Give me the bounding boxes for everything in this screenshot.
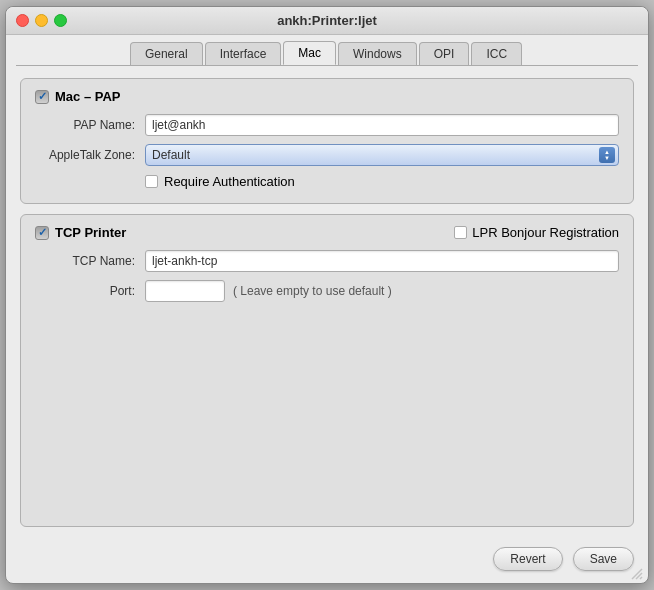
pap-name-row: PAP Name: (35, 114, 619, 136)
appletalk-zone-select-wrapper: Default (145, 144, 619, 166)
port-row: Port: ( Leave empty to use default ) (35, 280, 619, 302)
tcp-printer-checkbox[interactable] (35, 226, 49, 240)
tab-general[interactable]: General (130, 42, 203, 65)
window-title: ankh:Printer:ljet (277, 13, 377, 28)
appletalk-zone-label: AppleTalk Zone: (35, 148, 145, 162)
mac-pap-checkbox[interactable] (35, 90, 49, 104)
require-auth-row: Require Authentication (35, 174, 619, 189)
main-window: ankh:Printer:ljet General Interface Mac … (5, 6, 649, 584)
mac-pap-section: Mac – PAP PAP Name: AppleTalk Zone: Defa… (20, 78, 634, 204)
lpr-bonjour-checkbox[interactable] (454, 226, 467, 239)
appletalk-zone-select[interactable]: Default (145, 144, 619, 166)
window-controls (16, 14, 67, 27)
port-input[interactable] (145, 280, 225, 302)
resize-handle[interactable] (630, 567, 644, 581)
pap-name-label: PAP Name: (35, 118, 145, 132)
appletalk-zone-row: AppleTalk Zone: Default (35, 144, 619, 166)
tcp-name-row: TCP Name: (35, 250, 619, 272)
port-note: ( Leave empty to use default ) (233, 284, 392, 298)
tcp-name-label: TCP Name: (35, 254, 145, 268)
svg-line-2 (640, 577, 642, 579)
tab-windows[interactable]: Windows (338, 42, 417, 65)
require-auth-checkbox[interactable] (145, 175, 158, 188)
tcp-header-row: TCP Printer LPR Bonjour Registration (35, 225, 619, 240)
revert-button[interactable]: Revert (493, 547, 562, 571)
content-area: Mac – PAP PAP Name: AppleTalk Zone: Defa… (6, 66, 648, 539)
tab-bar: General Interface Mac Windows OPI ICC (6, 35, 648, 65)
tcp-printer-title: TCP Printer (55, 225, 126, 240)
port-label: Port: (35, 284, 145, 298)
tab-opi[interactable]: OPI (419, 42, 470, 65)
mac-pap-header: Mac – PAP (35, 89, 619, 104)
require-auth-label: Require Authentication (164, 174, 295, 189)
pap-name-input[interactable] (145, 114, 619, 136)
tcp-printer-section: TCP Printer LPR Bonjour Registration TCP… (20, 214, 634, 527)
close-button[interactable] (16, 14, 29, 27)
mac-pap-title: Mac – PAP (55, 89, 121, 104)
tcp-name-input[interactable] (145, 250, 619, 272)
tcp-header-left: TCP Printer (35, 225, 126, 240)
minimize-button[interactable] (35, 14, 48, 27)
titlebar: ankh:Printer:ljet (6, 7, 648, 35)
tab-interface[interactable]: Interface (205, 42, 282, 65)
footer: Revert Save (6, 539, 648, 583)
maximize-button[interactable] (54, 14, 67, 27)
lpr-bonjour-wrapper: LPR Bonjour Registration (454, 225, 619, 240)
tab-mac[interactable]: Mac (283, 41, 336, 65)
tab-icc[interactable]: ICC (471, 42, 522, 65)
lpr-bonjour-label: LPR Bonjour Registration (472, 225, 619, 240)
save-button[interactable]: Save (573, 547, 634, 571)
